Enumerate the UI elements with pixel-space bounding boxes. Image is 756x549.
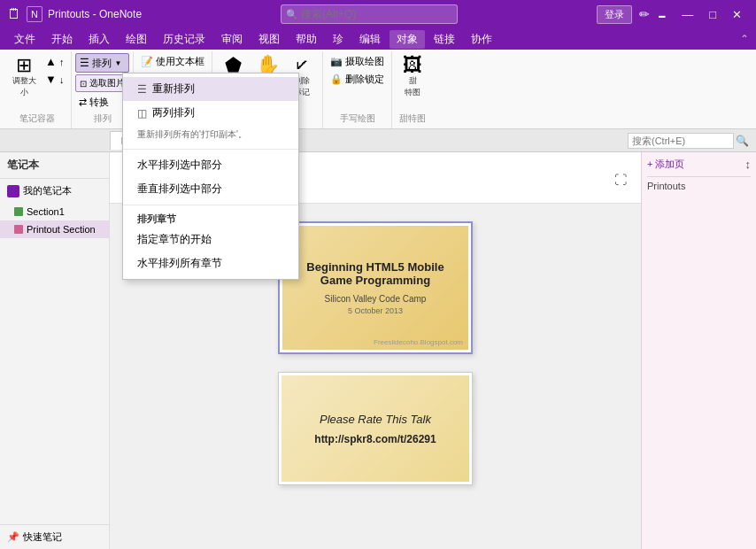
select-area-icon: ⊡	[80, 79, 87, 89]
ribbon-collapse-icon[interactable]: 🗕	[657, 8, 667, 20]
dropdown-section-1: ☰ 重新排列 ◫ 两列排列 重新排列所有的'打印副本'。	[123, 73, 298, 150]
capture-icon: 📷	[330, 56, 343, 67]
resize-button[interactable]: ⊞ 调整大 小	[7, 53, 41, 101]
capture-group-label: 手写绘图	[327, 111, 388, 127]
section1-item[interactable]: Section1	[0, 203, 109, 220]
ribbon-group-capture: 📷 摄取绘图 🔒 删除锁定 手写绘图	[323, 51, 392, 128]
close-button[interactable]: ✕	[725, 6, 749, 23]
section1-label: Section1	[27, 206, 65, 217]
slide-1-subtitle: Silicon Valley Code Camp	[325, 294, 427, 304]
delete-fixed-label: 删除锁定	[345, 73, 384, 86]
slide-2[interactable]: Please Rate This Talk http://spkr8.com/t…	[278, 372, 473, 485]
delete-fixed-button[interactable]: 🔒 删除锁定	[327, 71, 388, 88]
titlebar-search-input[interactable]	[281, 4, 458, 24]
right-panel: + 添加页 ↕ Printouts	[641, 152, 756, 549]
window-controls: — □ ✕	[675, 6, 749, 23]
dd-vert-selected-label: 垂直排列选中部分	[137, 182, 222, 197]
menu-edit[interactable]: 编辑	[352, 30, 388, 49]
page-search-input[interactable]	[628, 133, 734, 149]
menu-history[interactable]: 历史记录	[156, 30, 212, 49]
slide-1[interactable]: Beginning HTML5 Mobile Game Programming …	[278, 221, 473, 354]
move-up-button[interactable]: ▲ ↑	[42, 53, 67, 70]
capture-drawing-button[interactable]: 📷 摄取绘图	[327, 53, 388, 70]
menu-view[interactable]: 视图	[251, 30, 287, 49]
menubar: 文件 开始 插入 绘图 历史记录 审阅 视图 帮助 珍 编辑 对象 链接 协作 …	[0, 28, 756, 50]
dd-section3-label: 排列章节	[123, 209, 298, 228]
menu-collaborate[interactable]: 协作	[464, 30, 499, 49]
maximize-button[interactable]: □	[702, 6, 723, 23]
section-printout-label: Printout Section	[27, 224, 96, 235]
titlebar-left: 🗒 N Printouts - OneNote	[7, 6, 142, 22]
capture-label: 摄取绘图	[345, 55, 384, 68]
sweet-figure-button[interactable]: 🖼 甜 特图	[396, 53, 429, 101]
app-title: Printouts - OneNote	[48, 8, 142, 20]
page-entry-printouts[interactable]: Printouts	[647, 176, 751, 195]
login-button[interactable]: 登录	[597, 5, 632, 24]
select-area-label: 选取图片	[89, 77, 125, 89]
my-notebook-item[interactable]: 我的笔记本	[0, 179, 109, 203]
dd-vert-selected-item[interactable]: 垂直排列选中部分	[123, 177, 298, 201]
dropdown-section-2: 水平排列选中部分 垂直排列选中部分	[123, 150, 298, 205]
slide-1-date: 5 October 2013	[348, 306, 403, 315]
notebook-label: 我的笔记本	[23, 184, 72, 197]
menu-help[interactable]: 帮助	[289, 30, 324, 49]
tabs-row: Printout Section + 🔍	[0, 129, 756, 152]
ribbon-capture-items: 📷 摄取绘图 🔒 删除锁定	[327, 53, 388, 111]
sweet-group-label: 甜特图	[396, 111, 429, 127]
dd-two-col-label: 两列排列	[152, 105, 195, 120]
menu-insert[interactable]: 插入	[81, 30, 117, 49]
notebook-icon	[7, 185, 19, 197]
menu-file[interactable]: 文件	[7, 30, 42, 49]
ribbon-group-container: ⊞ 调整大 小 ▲ ↑ ▼ ↓ 笔记容器	[4, 51, 72, 128]
dd-rearrange-item[interactable]: ☰ 重新排列	[123, 77, 298, 101]
titlebar-right: 登录 ✏ 🗕 — □ ✕	[597, 5, 749, 24]
slide-2-inner: Please Rate This Talk http://spkr8.com/t…	[282, 375, 469, 482]
section1-dot	[14, 207, 23, 216]
sidebar-header-label: 笔记本	[7, 159, 39, 171]
minimize-button[interactable]: —	[675, 6, 700, 23]
use-textbox-label: 使用文本框	[156, 55, 204, 68]
dd-horiz-selected-label: 水平排列选中部分	[137, 158, 222, 173]
menu-object[interactable]: 对象	[390, 30, 425, 49]
slide-2-url: http://spkr8.com/t/26291	[314, 433, 436, 445]
switch-icon: ⇄	[79, 97, 87, 108]
arrange-dropdown-label: 排列	[92, 57, 112, 70]
section-printout-item[interactable]: Printout Section	[0, 220, 109, 238]
pen-icon: ✏	[639, 7, 650, 21]
arrange-dropdown-button[interactable]: ☰ 排列 ▼	[75, 53, 129, 73]
dd-two-col-item[interactable]: ◫ 两列排列	[123, 101, 298, 125]
menu-link[interactable]: 链接	[427, 30, 462, 49]
slide-1-url: Freeslidecoho.Blogspot.com	[374, 338, 463, 346]
switch-label: 转换	[89, 96, 109, 109]
add-page-button[interactable]: + 添加页	[647, 158, 684, 171]
dd-specify-start-item[interactable]: 指定章节的开始	[123, 228, 298, 251]
dropdown-menu: ☰ 重新排列 ◫ 两列排列 重新排列所有的'打印副本'。 水平排列选中部分 垂直…	[122, 73, 299, 280]
titlebar: 🗒 N Printouts - OneNote 🔍 登录 ✏ 🗕 — □ ✕	[0, 0, 756, 28]
dd-horiz-selected-item[interactable]: 水平排列选中部分	[123, 153, 298, 177]
slide-1-title: Beginning HTML5 Mobile Game Programming	[306, 260, 444, 287]
sort-button[interactable]: ↕	[745, 158, 752, 171]
dd-rearrange-label: 重新排列	[152, 81, 195, 97]
dropdown-note: 重新排列所有的'打印副本'。	[123, 125, 298, 145]
dd-horiz-all-item[interactable]: 水平排列所有章节	[123, 251, 298, 275]
ribbon-toggle-icon[interactable]: ⌃	[740, 33, 749, 45]
dd-rearrange-icon: ☰	[137, 83, 147, 96]
quick-notes-button[interactable]: 📌 快速笔记	[0, 524, 109, 549]
use-textbox-button[interactable]: 📝 使用文本框	[137, 53, 208, 70]
dd-two-col-icon: ◫	[137, 107, 147, 120]
menu-draw[interactable]: 绘图	[119, 30, 154, 49]
dropdown-section-3: 排列章节 指定章节的开始 水平排列所有章节	[123, 205, 298, 279]
page-search-icon[interactable]: 🔍	[736, 135, 749, 147]
section-printout-dot	[14, 225, 23, 234]
titlebar-search-wrap: 🔍	[281, 4, 458, 24]
menu-review[interactable]: 审阅	[214, 30, 250, 49]
ribbon-group-container-items: ⊞ 调整大 小 ▲ ↑ ▼ ↓	[7, 53, 67, 111]
expand-icon[interactable]: ⛶	[614, 173, 627, 187]
menu-start[interactable]: 开始	[44, 30, 80, 49]
move-down-button[interactable]: ▼ ↓	[42, 71, 67, 88]
use-textbox-icon: 📝	[141, 56, 153, 67]
move-buttons: ▲ ↑ ▼ ↓	[42, 53, 67, 88]
sidebar-header: 笔记本	[0, 152, 109, 179]
menu-zhen[interactable]: 珍	[326, 30, 351, 49]
app-icon: 🗒	[7, 6, 21, 22]
